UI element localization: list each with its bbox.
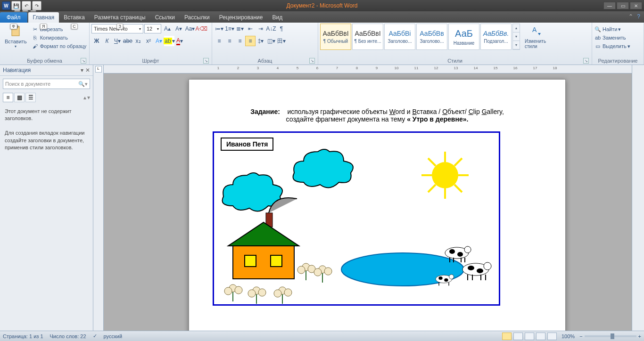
task-text: Задание: используя графические объекты W…	[213, 108, 542, 123]
nav-view-results[interactable]: ☰	[25, 93, 36, 102]
styles-gallery[interactable]: АаБбВвІ¶ Обычный АаБбВвІ¶ Без инте... Аа…	[320, 24, 520, 50]
status-page[interactable]: Страница: 1 из 1	[3, 333, 43, 339]
status-language[interactable]: русский	[104, 333, 122, 339]
ribbon-minimize-icon[interactable]: ⌃	[628, 13, 633, 20]
font-color-button[interactable]: A▾	[174, 36, 185, 46]
nav-next-icon[interactable]: ▾	[87, 94, 90, 101]
bullets-button[interactable]: ≔▾	[214, 24, 224, 34]
line-spacing-button[interactable]: ‡▾	[256, 36, 266, 46]
nav-dropdown-icon[interactable]: ▾	[81, 67, 83, 73]
qat-undo-button[interactable]: ↶	[22, 1, 31, 10]
grow-font-button[interactable]: A▴	[162, 24, 173, 34]
text-effects-button[interactable]: A▾	[154, 36, 164, 46]
para-label: Абзац	[258, 58, 272, 64]
view-draft[interactable]	[547, 333, 557, 340]
underline-button[interactable]: Ч▾	[112, 36, 123, 46]
select-button[interactable]: ▭Выделить ▾	[594, 42, 630, 50]
page[interactable]: Задание: используя графические объекты W…	[189, 79, 566, 331]
strike-button[interactable]: abe	[123, 36, 133, 46]
italic-button[interactable]: К	[102, 36, 112, 46]
numbering-button[interactable]: 1≡▾	[224, 24, 235, 34]
status-words[interactable]: Число слов: 22	[50, 333, 86, 339]
drawing-frame[interactable]: Иванов Петя	[213, 131, 500, 306]
zoom-out-button[interactable]: −	[579, 333, 582, 339]
tab-home[interactable]: Главная Я	[28, 12, 59, 23]
maximize-button[interactable]: ▭	[617, 2, 629, 9]
indent-dec-button[interactable]: ⇤	[245, 24, 256, 34]
zoom-percent[interactable]: 100%	[561, 333, 575, 339]
tab-mailings[interactable]: Рассылки	[180, 12, 215, 23]
para-dialog-launcher[interactable]: ↘	[309, 58, 315, 64]
view-outline[interactable]	[536, 333, 545, 340]
font-dialog-launcher[interactable]: ↘	[203, 58, 209, 64]
multilevel-button[interactable]: ≣▾	[235, 24, 245, 34]
svg-line-9	[454, 185, 462, 192]
tab-file[interactable]: Файл Ф	[0, 12, 27, 23]
indent-inc-button[interactable]: ⇥	[256, 24, 266, 34]
qat-save-button[interactable]: 💾	[11, 1, 21, 10]
style-no-spacing[interactable]: АаБбВвІ¶ Без инте...	[352, 24, 383, 50]
svg-point-33	[464, 246, 471, 253]
view-full-screen[interactable]	[513, 333, 523, 340]
subscript-button[interactable]: x₂	[133, 36, 143, 46]
show-marks-button[interactable]: ¶	[276, 24, 287, 34]
clear-format-button[interactable]: A⌫	[196, 24, 206, 34]
key-home: Я	[40, 24, 47, 29]
change-case-button[interactable]: Aa▾	[185, 24, 195, 34]
tab-selector[interactable]: L	[95, 66, 102, 73]
title-bar: W 💾 ↶ ↷ 1 2 3 Документ2 - Microsoft Word…	[0, 0, 644, 11]
nav-search-input[interactable]: Поиск в документе 🔍▾	[3, 79, 90, 89]
highlight-button[interactable]: ab▾	[164, 36, 174, 46]
horizontal-ruler[interactable]: 123456789101112131415161718	[104, 65, 632, 73]
drawing-canvas	[214, 133, 499, 304]
style-title[interactable]: АаБНазвание	[448, 24, 479, 50]
view-print-layout[interactable]	[502, 333, 512, 340]
change-styles-button[interactable]: A Изменить стили	[522, 24, 552, 50]
style-heading1[interactable]: АаБбВіЗаголово...	[384, 24, 415, 50]
zoom-in-button[interactable]: +	[638, 333, 641, 339]
minimize-button[interactable]: —	[603, 2, 616, 9]
svg-line-10	[428, 185, 436, 192]
bold-button[interactable]: Ж	[91, 36, 102, 46]
font-size-combo[interactable]: 12 ▾	[144, 24, 161, 33]
shrink-font-button[interactable]: A▾	[173, 24, 184, 34]
align-justify-button[interactable]: ≡	[245, 36, 256, 46]
tab-layout[interactable]: Разметка страницы З	[90, 12, 150, 23]
nav-view-pages[interactable]: ▦	[14, 93, 25, 102]
sort-button[interactable]: A↓Z	[266, 24, 276, 34]
find-button[interactable]: 🔍Найти ▾	[594, 25, 621, 33]
clipboard-dialog-launcher[interactable]: ↘	[81, 58, 86, 64]
style-subtitle[interactable]: АаБбВв.Подзагол...	[480, 24, 512, 50]
search-icon: 🔍▾	[78, 81, 88, 87]
format-painter-button[interactable]: 🖌Формат по образцу	[32, 42, 87, 50]
nav-view-headings[interactable]: ≡	[3, 93, 13, 102]
zoom-slider[interactable]	[585, 335, 636, 337]
superscript-button[interactable]: x²	[143, 36, 154, 46]
close-button[interactable]: ✕	[630, 2, 642, 9]
styles-more[interactable]: ▴▾▾	[512, 24, 520, 50]
svg-marker-13	[228, 222, 299, 246]
shading-button[interactable]: ◫▾	[266, 36, 276, 46]
tab-insert[interactable]: Вставка С	[59, 12, 90, 23]
styles-dialog-launcher[interactable]: ↘	[583, 58, 589, 64]
nav-prev-icon[interactable]: ▴	[83, 94, 86, 101]
tab-view[interactable]: Вид	[267, 12, 287, 23]
tab-review[interactable]: Рецензирование	[215, 12, 268, 23]
style-heading2[interactable]: АаБбВвЗаголово...	[416, 24, 447, 50]
svg-line-8	[428, 158, 436, 166]
align-center-button[interactable]: ≡	[224, 36, 235, 46]
nav-close-icon[interactable]: ✕	[85, 67, 90, 73]
borders-button[interactable]: 田▾	[276, 36, 287, 46]
align-right-button[interactable]: ≡	[235, 36, 245, 46]
align-left-button[interactable]: ≡	[214, 36, 224, 46]
help-icon[interactable]: ?	[637, 13, 640, 20]
tab-references[interactable]: Ссылки	[150, 12, 180, 23]
qat-redo-button[interactable]: ↷	[32, 1, 41, 10]
style-normal[interactable]: АаБбВвІ¶ Обычный	[320, 24, 351, 50]
copy-button[interactable]: ⎘Копировать	[32, 34, 87, 41]
spell-check-icon[interactable]: ✓	[93, 333, 97, 339]
view-web[interactable]	[525, 333, 534, 340]
vertical-ruler[interactable]: L	[93, 65, 104, 331]
styles-label: Стили	[447, 58, 462, 64]
replace-button[interactable]: abЗаменить	[594, 34, 626, 41]
